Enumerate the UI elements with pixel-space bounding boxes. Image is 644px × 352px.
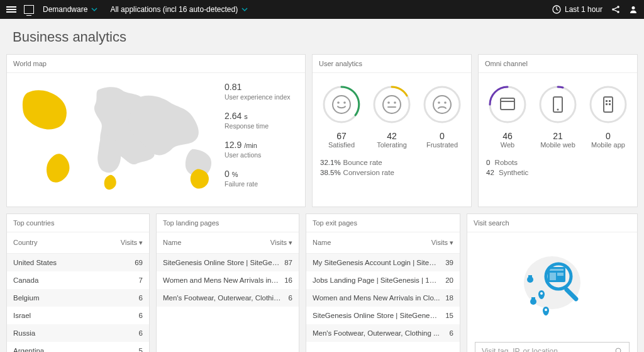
row-name: Men's Footwear, Outerwear, Clothing ... [163, 294, 289, 302]
row-value: 87 [284, 259, 292, 266]
svg-rect-38 [550, 269, 564, 271]
col-name: Name [313, 239, 431, 247]
svg-rect-32 [528, 275, 532, 278]
svg-point-21 [540, 87, 575, 122]
omni-extras: 0 Robots 42 Synthetic [479, 155, 637, 188]
row-name: My SiteGenesis Account Login | SiteG... [313, 259, 445, 266]
table-row[interactable]: Women and Mens New Arrivals in Clo...18 [306, 289, 460, 307]
row-value: 6 [289, 294, 292, 302]
row-name: United States [13, 259, 135, 266]
chevron-down-icon [242, 6, 248, 13]
omni-channel-card[interactable]: Omni channel 46Web 21Mobile web 0Mobile … [478, 54, 638, 207]
mobile-app-channel: 0Mobile app [588, 84, 628, 149]
col-visits-sort[interactable]: Visits ▾ [270, 239, 292, 247]
row-value: 6 [139, 312, 143, 319]
table-row[interactable]: Jobs Landing Page | SiteGenesis | 103.1.… [306, 271, 460, 289]
svg-point-7 [337, 101, 340, 104]
scope-label: All applications (incl 16 auto-detected) [110, 5, 238, 14]
svg-rect-40 [557, 273, 564, 276]
analytics-rates: 32.1%Bounce rate 38.5%Conversion rate [313, 155, 471, 188]
row-value: 6 [139, 329, 143, 337]
row-name: SiteGenesis Online Store | SiteGenesis..… [313, 312, 445, 319]
dashboards-icon[interactable] [24, 5, 34, 14]
svg-point-24 [591, 87, 626, 122]
svg-point-1 [617, 6, 619, 8]
row-name: Women and Mens New Arrivals in Clo... [313, 294, 445, 302]
page-title: Business analytics [0, 19, 644, 54]
tolerating-ring: 42Tolerating [372, 84, 412, 149]
clock-icon [552, 5, 561, 14]
col-country: Country [13, 239, 121, 247]
top-exit-card[interactable]: Top exit pages NameVisits ▾ My SiteGenes… [306, 213, 460, 352]
svg-point-17 [444, 101, 447, 104]
row-name: Belgium [13, 294, 139, 302]
svg-rect-25 [604, 97, 613, 112]
svg-rect-28 [606, 103, 608, 105]
table-row[interactable]: SiteGenesis Online Store | SiteGenesis..… [306, 307, 460, 324]
stat-failure-rate: 0 %Failure rate [225, 169, 300, 188]
svg-point-2 [612, 8, 614, 11]
svg-rect-19 [501, 98, 514, 110]
svg-point-43 [616, 348, 621, 352]
row-value: 7 [139, 276, 143, 284]
svg-rect-29 [609, 103, 611, 105]
table-row[interactable]: United States69 [7, 254, 149, 271]
menu-icon[interactable] [6, 5, 16, 14]
row-value: 6 [450, 329, 453, 337]
user-icon[interactable] [629, 5, 638, 14]
share-icon[interactable] [611, 5, 620, 14]
col-visits-sort[interactable]: Visits ▾ [431, 239, 453, 247]
search-icon[interactable] [615, 348, 623, 352]
app-selector[interactable]: Demandware [43, 5, 97, 14]
search-input[interactable] [482, 347, 615, 352]
svg-rect-27 [609, 100, 611, 102]
card-title: Top landing pages [157, 214, 299, 232]
row-value: 39 [445, 259, 453, 266]
row-value: 18 [445, 294, 453, 302]
stat-response-time: 2.64 sResponse time [225, 111, 300, 130]
top-countries-card[interactable]: Top countries CountryVisits ▾ United Sta… [6, 213, 150, 352]
table-row[interactable]: My SiteGenesis Account Login | SiteG...3… [306, 254, 460, 271]
world-map[interactable] [7, 73, 225, 207]
row-name: Canada [13, 276, 139, 284]
col-visits-sort[interactable]: Visits ▾ [121, 239, 143, 247]
mobile-web-channel: 21Mobile web [538, 84, 578, 149]
search-input-wrapper[interactable] [475, 342, 630, 352]
web-channel: 46Web [487, 84, 528, 149]
svg-point-14 [425, 87, 460, 122]
svg-point-16 [438, 101, 440, 104]
table-row[interactable]: Belgium6 [7, 289, 149, 307]
svg-point-4 [632, 6, 635, 9]
top-landing-card[interactable]: Top landing pages NameVisits ▾ SiteGenes… [156, 213, 299, 352]
chevron-down-icon [91, 6, 97, 13]
worldmap-card[interactable]: World map [6, 54, 306, 207]
visit-search-card[interactable]: Visit search [467, 213, 638, 352]
table-row[interactable]: Women and Mens New Arrivals in Clo...16 [157, 271, 299, 289]
svg-point-8 [343, 101, 346, 104]
row-value: 5 [139, 347, 143, 352]
scope-selector[interactable]: All applications (incl 16 auto-detected) [110, 5, 248, 14]
row-name: Men's Footwear, Outerwear, Clothing ... [313, 329, 450, 337]
stat-user-actions: 12.9 /minUser actions [225, 140, 300, 159]
user-analytics-card[interactable]: User analytics 67Satisfied 42Tolerating … [312, 54, 472, 207]
table-row[interactable]: SiteGenesis Online Store | SiteGenesis..… [157, 254, 299, 271]
search-illustration [467, 232, 637, 336]
svg-point-36 [545, 309, 547, 311]
table-row[interactable]: Israel6 [7, 307, 149, 324]
card-title: User analytics [313, 55, 471, 73]
timeframe-label: Last 1 hour [565, 5, 602, 14]
svg-point-11 [387, 101, 390, 104]
table-row[interactable]: Canada7 [7, 271, 149, 289]
timeframe-selector[interactable]: Last 1 hour [552, 5, 602, 14]
stat-ux-index: 0.81User experience index [225, 82, 300, 101]
svg-point-35 [540, 292, 543, 295]
table-row[interactable]: Men's Footwear, Outerwear, Clothing ...6 [306, 324, 460, 342]
row-value: 6 [139, 294, 143, 302]
row-name: Jobs Landing Page | SiteGenesis | 103.1.… [313, 276, 445, 284]
table-row[interactable]: Russia6 [7, 324, 149, 342]
frustrated-ring: 0Frustrated [422, 84, 462, 149]
table-row[interactable]: Men's Footwear, Outerwear, Clothing ...6 [157, 289, 299, 307]
table-row[interactable]: Argentina5 [7, 342, 149, 352]
row-value: 16 [284, 276, 292, 284]
svg-rect-26 [606, 100, 608, 102]
